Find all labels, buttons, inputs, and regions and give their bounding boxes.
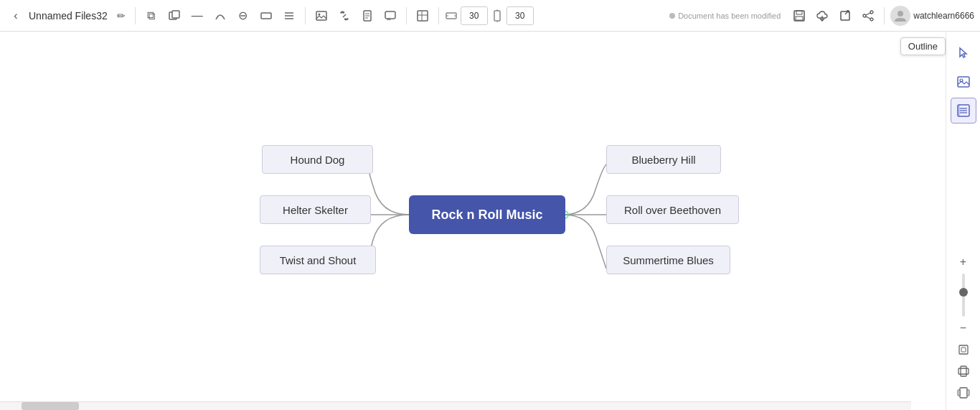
username-label: watchlearn6666: [913, 11, 974, 21]
svg-point-30: [870, 18, 873, 21]
status-text: Document has been modified: [678, 11, 781, 20]
svg-line-31: [866, 13, 870, 15]
horizontal-scrollbar[interactable]: [0, 401, 911, 410]
outline-label: Outline: [900, 37, 946, 55]
separator-5: [884, 7, 885, 24]
separator-1: [135, 7, 136, 24]
node-summertime-blues[interactable]: Summertime Blues: [606, 246, 730, 274]
svg-point-34: [897, 11, 903, 17]
doc-icon[interactable]: [357, 6, 377, 26]
svg-rect-49: [967, 390, 969, 396]
zoom-page-button[interactable]: [953, 383, 974, 403]
number-inputs: 30 30: [445, 6, 534, 25]
comment-icon[interactable]: [380, 6, 400, 26]
share-button[interactable]: [858, 6, 878, 26]
document-status: Document has been modified: [669, 11, 781, 20]
svg-rect-47: [960, 388, 967, 398]
list-icon[interactable]: [279, 6, 299, 26]
node-hound-dog[interactable]: Hound Dog: [262, 145, 373, 174]
edit-title-button[interactable]: ✏: [113, 8, 129, 24]
main-area: Rock n Roll Music Hound Dog Helter Skelt…: [0, 32, 980, 410]
node-helter-skelter[interactable]: Helter Skelter: [260, 195, 371, 224]
save-local-button[interactable]: [789, 6, 809, 26]
separator-2: [305, 7, 306, 24]
image-panel-button[interactable]: [951, 69, 976, 95]
image-icon[interactable]: [311, 6, 331, 26]
svg-point-29: [870, 11, 873, 14]
zoom-fit-button[interactable]: [953, 340, 974, 360]
svg-rect-43: [959, 345, 968, 354]
svg-point-28: [863, 14, 866, 17]
svg-point-7: [318, 13, 320, 15]
svg-rect-36: [958, 77, 969, 87]
node-helter-skelter-label: Helter Skelter: [283, 204, 348, 216]
svg-rect-19: [494, 11, 500, 21]
width-icon: [445, 9, 458, 22]
zoom-in-button[interactable]: +: [953, 252, 974, 272]
height-icon: [491, 9, 504, 22]
status-dot: [669, 13, 675, 19]
node-roll-over-beethoven[interactable]: Roll over Beethoven: [606, 195, 739, 224]
svg-rect-48: [958, 390, 960, 396]
node-twist-and-shout-label: Twist and Shout: [280, 254, 357, 266]
central-node-label: Rock n Roll Music: [431, 208, 542, 223]
box-icon[interactable]: [256, 6, 276, 26]
copy-icon[interactable]: ⧉: [141, 6, 161, 26]
node-roll-over-beethoven-label: Roll over Beethoven: [624, 204, 721, 216]
avatar[interactable]: [890, 6, 910, 26]
svg-rect-2: [261, 13, 271, 19]
zoom-actual-button[interactable]: [953, 361, 974, 381]
svg-rect-12: [385, 11, 395, 19]
outline-panel-button[interactable]: [951, 98, 976, 124]
height-input[interactable]: 30: [507, 6, 534, 25]
right-sidebar: Outline +: [946, 32, 980, 410]
svg-rect-42: [958, 105, 960, 116]
svg-rect-6: [316, 11, 326, 20]
scrollbar-thumb[interactable]: [22, 402, 79, 410]
zoom-panel: + −: [953, 252, 974, 410]
document-title: Unnamed Files32: [29, 10, 108, 22]
canvas[interactable]: Rock n Roll Music Hound Dog Helter Skelt…: [0, 32, 946, 410]
zoom-slider-thumb[interactable]: [959, 288, 968, 297]
svg-rect-26: [841, 11, 849, 20]
svg-rect-24: [796, 17, 803, 20]
svg-rect-13: [418, 11, 428, 21]
table-icon[interactable]: [413, 6, 433, 26]
width-input[interactable]: 30: [461, 6, 488, 25]
svg-line-32: [866, 17, 870, 19]
svg-rect-46: [961, 366, 966, 376]
minus-circle-icon[interactable]: ⊖: [233, 6, 253, 26]
svg-rect-1: [172, 11, 179, 18]
duplicate-icon[interactable]: [164, 6, 184, 26]
pointer-panel-button[interactable]: [951, 40, 976, 66]
toolbar: ‹ Unnamed Files32 ✏ ⧉ — ⊖: [0, 0, 980, 32]
zoom-out-button[interactable]: −: [953, 318, 974, 338]
central-node[interactable]: Rock n Roll Music: [409, 195, 565, 234]
separator-4: [438, 7, 439, 24]
line-icon[interactable]: —: [187, 6, 207, 26]
svg-rect-45: [958, 368, 969, 374]
node-twist-and-shout[interactable]: Twist and Shout: [260, 246, 376, 274]
link-icon[interactable]: [334, 6, 354, 26]
save-cloud-button[interactable]: [812, 6, 832, 26]
back-button[interactable]: ‹: [6, 6, 26, 26]
zoom-slider-track[interactable]: [962, 274, 965, 317]
separator-3: [406, 7, 407, 24]
node-blueberry-hill[interactable]: Blueberry Hill: [606, 145, 721, 174]
node-hound-dog-label: Hound Dog: [291, 154, 345, 166]
node-blueberry-hill-label: Blueberry Hill: [631, 154, 695, 166]
svg-rect-44: [961, 348, 966, 352]
curve-icon[interactable]: [210, 6, 230, 26]
export-button[interactable]: [835, 6, 855, 26]
node-summertime-blues-label: Summertime Blues: [623, 254, 714, 266]
